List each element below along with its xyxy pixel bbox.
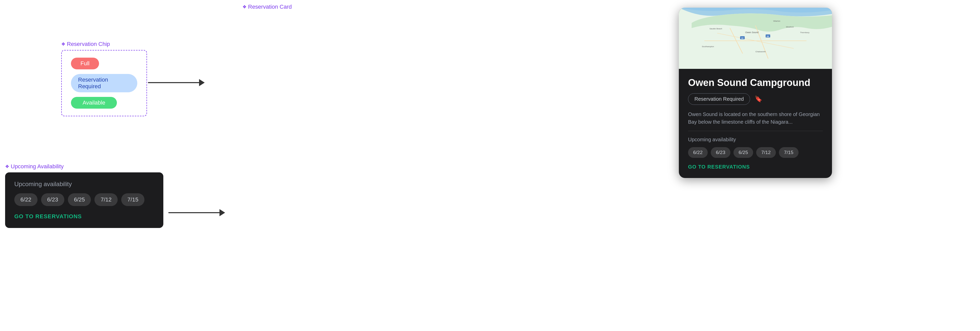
arrow-chip-to-card [148, 79, 205, 86]
arrow-head-2 [220, 209, 225, 216]
bookmark-icon[interactable]: 🔖 [755, 95, 762, 103]
reservation-chip-section: Reservation Chip Full Reservation Requir… [61, 41, 147, 116]
card-upcoming-title: Upcoming availability [688, 137, 823, 143]
card-date-chip-2[interactable]: 6/23 [711, 147, 730, 158]
svg-text:Sauble Beach: Sauble Beach [710, 27, 722, 30]
arrow-upcoming-to-card [169, 209, 225, 216]
arrow-line [148, 82, 199, 83]
date-chip-1[interactable]: 6/22 [14, 193, 38, 206]
card-description: Owen Sound is located on the southern sh… [688, 111, 823, 126]
chip-box: Full Reservation Required Available [61, 50, 147, 116]
upcoming-title: Upcoming availability [14, 181, 154, 188]
card-chip-row: Reservation Required 🔖 [688, 93, 823, 105]
map-area: Owen Sound Sauble Beach Meaford Wiarton … [679, 8, 832, 69]
card-date-chip-4[interactable]: 7/12 [756, 147, 776, 158]
date-chip-2[interactable]: 6/23 [41, 193, 64, 206]
card-date-chip-5[interactable]: 7/15 [779, 147, 799, 158]
date-chip-5[interactable]: 7/15 [121, 193, 145, 206]
date-chips-row: 6/22 6/23 6/25 7/12 7/15 [14, 193, 154, 206]
go-reservations-button[interactable]: GO TO RESERVATIONS [14, 213, 154, 220]
card-reservation-chip[interactable]: Reservation Required [688, 93, 750, 105]
arrow-head [199, 79, 205, 86]
chip-reservation-required[interactable]: Reservation Required [71, 74, 137, 92]
reservation-chip-label: Reservation Chip [61, 41, 147, 48]
card-content: Owen Sound Campground Reservation Requir… [679, 69, 832, 178]
card-divider [688, 131, 823, 131]
svg-text:Chatsworth: Chatsworth [756, 51, 765, 53]
upcoming-card: Upcoming availability 6/22 6/23 6/25 7/1… [5, 173, 163, 228]
upcoming-availability-label: Upcoming Availability [5, 163, 163, 170]
date-chip-4[interactable]: 7/12 [94, 193, 118, 206]
svg-text:10: 10 [741, 37, 743, 39]
card-date-chip-1[interactable]: 6/22 [688, 147, 708, 158]
date-chip-3[interactable]: 6/25 [68, 193, 91, 206]
upcoming-availability-section: Upcoming Availability Upcoming availabil… [5, 163, 163, 228]
map-svg: Owen Sound Sauble Beach Meaford Wiarton … [679, 8, 832, 69]
card-date-chips-row: 6/22 6/23 6/25 7/12 7/15 [688, 147, 823, 158]
chip-available[interactable]: Available [71, 97, 117, 109]
svg-text:Thornbury: Thornbury [800, 32, 809, 34]
arrow-line-2 [169, 212, 220, 213]
card-go-reservations-button[interactable]: GO TO RESERVATIONS [688, 164, 823, 170]
svg-text:Wiarton: Wiarton [773, 20, 780, 22]
svg-text:Southampton: Southampton [702, 45, 714, 48]
chip-full[interactable]: Full [71, 58, 99, 70]
reservation-card-section-label: Reservation Card [242, 3, 292, 10]
svg-text:Owen Sound: Owen Sound [745, 31, 759, 34]
reservation-card: Owen Sound Sauble Beach Meaford Wiarton … [679, 8, 832, 178]
campground-name: Owen Sound Campground [688, 77, 823, 89]
svg-text:26: 26 [767, 35, 769, 38]
card-date-chip-3[interactable]: 6/25 [733, 147, 753, 158]
svg-text:Meaford: Meaford [786, 26, 794, 28]
